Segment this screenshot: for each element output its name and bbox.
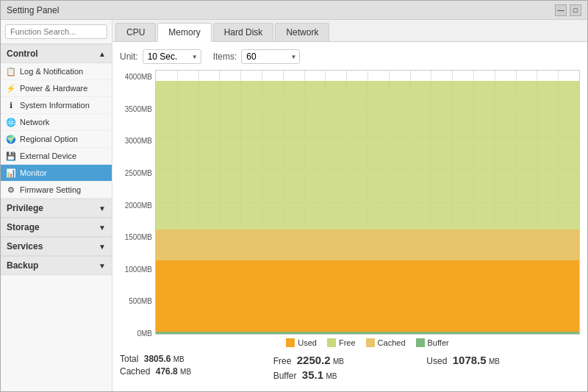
maximize-button[interactable]: □: [570, 4, 581, 16]
device-icon: 💾: [5, 150, 17, 162]
title-bar-controls: — □: [555, 4, 581, 16]
sidebar-item-power-hardware[interactable]: ⚡ Power & Hardware: [1, 80, 112, 97]
sidebar-section-storage[interactable]: Storage ▼: [1, 218, 112, 237]
stat-cached: Cached 476.8 MB: [120, 366, 273, 377]
stat-free: Free 2250.2 MB: [273, 354, 427, 366]
y-label-2500: 2500MB: [125, 169, 152, 177]
region-icon: 🌍: [5, 133, 17, 145]
panel: CPU Memory Hard Disk Network Unit: 1 Sec…: [112, 20, 587, 391]
sidebar-section-privilege[interactable]: Privilege ▼: [1, 199, 112, 218]
window-title: Setting Panel: [7, 5, 59, 15]
items-select-wrapper: 30 60 120: [241, 49, 300, 64]
legend-free: Free: [327, 338, 356, 347]
y-label-1500: 1500MB: [125, 233, 152, 241]
search-input[interactable]: [5, 24, 107, 39]
stat-buffer: Buffer 35.1 MB: [273, 368, 427, 381]
tab-network[interactable]: Network: [275, 23, 329, 41]
items-label: Items:: [213, 51, 237, 62]
items-control: Items: 30 60 120: [213, 49, 301, 64]
sidebar-item-monitor[interactable]: 📊 Monitor: [1, 165, 112, 182]
y-label-1000: 1000MB: [125, 266, 152, 274]
sidebar-section-backup[interactable]: Backup ▼: [1, 256, 112, 275]
stat-used: Used 1078.5 MB: [426, 354, 580, 366]
y-label-0: 0MB: [137, 329, 152, 338]
y-label-2000: 2000MB: [125, 202, 152, 210]
power-icon: ⚡: [5, 82, 17, 94]
minimize-button[interactable]: —: [555, 4, 567, 16]
chart-grid: [155, 70, 580, 335]
stats-col-2: Free 2250.2 MB Buffer 35.1 MB: [273, 354, 427, 381]
chart-bar-free: [156, 81, 579, 229]
firmware-icon: ⚙: [5, 184, 17, 196]
chevron-down-icon-services: ▼: [98, 243, 106, 251]
y-label-3500: 3500MB: [125, 105, 152, 113]
chart-container: 4000MB 3500MB 3000MB 2500MB 2000MB 1500M…: [120, 70, 580, 351]
sidebar-item-system-information[interactable]: ℹ System Information: [1, 97, 112, 114]
unit-select-wrapper: 1 Sec. 5 Sec. 10 Sec. 30 Sec. 1 Min.: [143, 49, 201, 64]
controls-row: Unit: 1 Sec. 5 Sec. 10 Sec. 30 Sec. 1 Mi…: [120, 49, 580, 64]
sidebar-section-control[interactable]: Control ▲: [1, 44, 112, 63]
y-axis: 4000MB 3500MB 3000MB 2500MB 2000MB 1500M…: [120, 70, 155, 351]
legend-cached-color: [366, 338, 375, 347]
chevron-up-icon: ▲: [98, 50, 106, 58]
unit-select[interactable]: 1 Sec. 5 Sec. 10 Sec. 30 Sec. 1 Min.: [143, 49, 201, 64]
sidebar-item-regional-option[interactable]: 🌍 Regional Option: [1, 131, 112, 148]
legend-used: Used: [286, 338, 317, 347]
y-label-500: 500MB: [129, 297, 152, 305]
search-box: [1, 20, 112, 44]
legend: Used Free Cached: [155, 335, 580, 351]
legend-used-color: [286, 338, 295, 347]
sidebar-item-firmware-setting[interactable]: ⚙ Firmware Setting: [1, 182, 112, 199]
sidebar-section-services[interactable]: Services ▼: [1, 237, 112, 256]
main-content: Control ▲ 📋 Log & Notification ⚡ Power &…: [1, 20, 587, 391]
log-icon: 📋: [5, 65, 17, 77]
sidebar-item-log-notification[interactable]: 📋 Log & Notification: [1, 63, 112, 80]
sidebar-item-external-device[interactable]: 💾 External Device: [1, 148, 112, 165]
network-icon: 🌐: [5, 116, 17, 128]
unit-label: Unit:: [120, 51, 138, 62]
unit-control: Unit: 1 Sec. 5 Sec. 10 Sec. 30 Sec. 1 Mi…: [120, 49, 201, 64]
chevron-down-icon-storage: ▼: [98, 224, 106, 232]
stats-col-1: Total 3805.6 MB Cached 476.8 MB: [120, 354, 273, 381]
chart-bar-buffer: [156, 332, 579, 334]
title-bar: Setting Panel — □: [1, 1, 587, 20]
stat-total: Total 3805.6 MB: [120, 354, 273, 364]
items-select[interactable]: 30 60 120: [241, 49, 300, 64]
tabs: CPU Memory Hard Disk Network: [112, 20, 587, 42]
sidebar: Control ▲ 📋 Log & Notification ⚡ Power &…: [1, 20, 112, 391]
stats-col-3: Used 1078.5 MB: [426, 354, 580, 381]
legend-free-color: [327, 338, 336, 347]
chevron-down-icon-backup: ▼: [98, 262, 106, 270]
panel-body: Unit: 1 Sec. 5 Sec. 10 Sec. 30 Sec. 1 Mi…: [112, 42, 587, 391]
y-label-3000: 3000MB: [125, 137, 152, 145]
legend-buffer-color: [416, 338, 425, 347]
chart-bar-used: [156, 260, 579, 332]
monitor-icon: 📊: [5, 167, 17, 179]
y-label-4000: 4000MB: [125, 73, 152, 81]
info-icon: ℹ: [5, 99, 17, 111]
stats-row: Total 3805.6 MB Cached 476.8 MB Free: [120, 351, 580, 384]
legend-buffer: Buffer: [416, 338, 449, 347]
sidebar-item-network[interactable]: 🌐 Network: [1, 114, 112, 131]
window: Setting Panel — □ Control ▲ 📋 Log & Noti…: [0, 0, 588, 392]
chart-area: Used Free Cached: [155, 70, 580, 351]
legend-cached: Cached: [366, 338, 406, 347]
chart-bar-cached: [156, 229, 579, 261]
tab-memory[interactable]: Memory: [157, 23, 211, 42]
tab-cpu[interactable]: CPU: [115, 23, 156, 41]
tab-hard-disk[interactable]: Hard Disk: [213, 23, 274, 41]
chevron-down-icon-privilege: ▼: [98, 204, 106, 213]
